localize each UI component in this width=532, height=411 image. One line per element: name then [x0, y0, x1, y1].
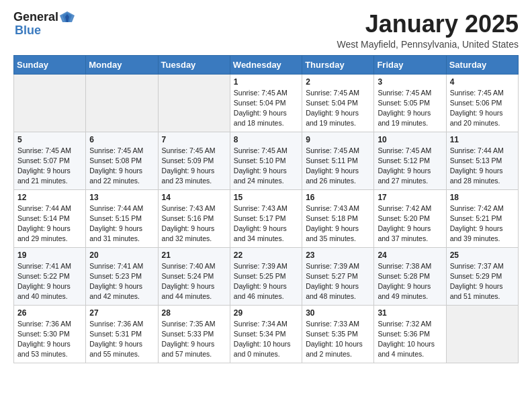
calendar-cell: 18Sunrise: 7:42 AMSunset: 5:21 PMDayligh…	[446, 189, 518, 247]
logo-blue: Blue	[15, 24, 75, 38]
day-info: Sunrise: 7:43 AMSunset: 5:17 PMDaylight:…	[234, 203, 298, 244]
day-info: Sunrise: 7:37 AMSunset: 5:29 PMDaylight:…	[450, 261, 515, 302]
calendar-cell: 6Sunrise: 7:45 AMSunset: 5:08 PMDaylight…	[86, 132, 158, 189]
calendar-cell: 19Sunrise: 7:41 AMSunset: 5:22 PMDayligh…	[14, 247, 86, 305]
weekday-header-monday: Monday	[86, 55, 158, 74]
day-number: 29	[234, 308, 298, 318]
day-number: 6	[89, 135, 154, 144]
day-info: Sunrise: 7:33 AMSunset: 5:35 PMDaylight:…	[306, 319, 370, 360]
calendar-cell: 20Sunrise: 7:41 AMSunset: 5:23 PMDayligh…	[86, 247, 158, 305]
week-row-2: 5Sunrise: 7:45 AMSunset: 5:07 PMDaylight…	[14, 132, 519, 189]
day-info: Sunrise: 7:44 AMSunset: 5:14 PMDaylight:…	[17, 203, 82, 244]
day-number: 4	[450, 77, 515, 87]
calendar-cell: 5Sunrise: 7:45 AMSunset: 5:07 PMDaylight…	[14, 132, 86, 189]
calendar-cell: 26Sunrise: 7:36 AMSunset: 5:30 PMDayligh…	[14, 305, 86, 363]
calendar-subtitle: West Mayfield, Pennsylvania, United Stat…	[337, 39, 519, 50]
day-info: Sunrise: 7:45 AMSunset: 5:09 PMDaylight:…	[162, 146, 226, 187]
day-number: 9	[306, 135, 370, 144]
day-number: 3	[378, 77, 442, 87]
calendar-cell: 17Sunrise: 7:42 AMSunset: 5:20 PMDayligh…	[374, 189, 446, 247]
day-number: 16	[306, 193, 370, 202]
day-number: 26	[17, 308, 82, 318]
calendar-table: SundayMondayTuesdayWednesdayThursdayFrid…	[13, 55, 519, 363]
calendar-title: January 2025	[337, 11, 519, 38]
day-info: Sunrise: 7:43 AMSunset: 5:18 PMDaylight:…	[306, 203, 370, 244]
calendar-cell	[446, 305, 518, 363]
week-row-4: 19Sunrise: 7:41 AMSunset: 5:22 PMDayligh…	[14, 247, 519, 305]
day-info: Sunrise: 7:45 AMSunset: 5:10 PMDaylight:…	[234, 146, 298, 187]
calendar-cell: 11Sunrise: 7:44 AMSunset: 5:13 PMDayligh…	[446, 132, 518, 189]
day-number: 31	[378, 308, 442, 318]
day-number: 14	[162, 193, 226, 202]
day-number: 8	[234, 135, 298, 144]
day-number: 21	[162, 250, 226, 260]
calendar-cell: 14Sunrise: 7:43 AMSunset: 5:16 PMDayligh…	[158, 189, 230, 247]
weekday-header-sunday: Sunday	[14, 55, 86, 74]
day-number: 19	[17, 250, 82, 260]
day-number: 2	[306, 77, 370, 87]
title-block: January 2025 West Mayfield, Pennsylvania…	[337, 11, 519, 50]
day-number: 11	[450, 135, 515, 144]
day-info: Sunrise: 7:38 AMSunset: 5:28 PMDaylight:…	[378, 261, 442, 302]
day-info: Sunrise: 7:45 AMSunset: 5:04 PMDaylight:…	[234, 88, 298, 129]
calendar-cell	[86, 74, 158, 132]
day-number: 15	[234, 193, 298, 202]
day-info: Sunrise: 7:39 AMSunset: 5:25 PMDaylight:…	[234, 261, 298, 302]
week-row-1: 1Sunrise: 7:45 AMSunset: 5:04 PMDaylight…	[14, 74, 519, 132]
day-number: 18	[450, 193, 515, 202]
day-number: 24	[378, 250, 442, 260]
calendar-cell: 10Sunrise: 7:45 AMSunset: 5:12 PMDayligh…	[374, 132, 446, 189]
calendar-cell: 3Sunrise: 7:45 AMSunset: 5:05 PMDaylight…	[374, 74, 446, 132]
logo-general: General	[13, 11, 58, 24]
day-number: 23	[306, 250, 370, 260]
header: General Blue January 2025 West Mayfield,…	[13, 11, 519, 50]
calendar-cell	[158, 74, 230, 132]
calendar-cell: 2Sunrise: 7:45 AMSunset: 5:04 PMDaylight…	[302, 74, 374, 132]
calendar-cell: 4Sunrise: 7:45 AMSunset: 5:06 PMDaylight…	[446, 74, 518, 132]
day-number: 5	[17, 135, 82, 144]
day-number: 10	[378, 135, 442, 144]
calendar-cell: 24Sunrise: 7:38 AMSunset: 5:28 PMDayligh…	[374, 247, 446, 305]
day-number: 12	[17, 193, 82, 202]
weekday-header-thursday: Thursday	[302, 55, 374, 74]
day-number: 22	[234, 250, 298, 260]
calendar-cell	[14, 74, 86, 132]
weekday-header-wednesday: Wednesday	[230, 55, 302, 74]
calendar-cell: 22Sunrise: 7:39 AMSunset: 5:25 PMDayligh…	[230, 247, 302, 305]
day-info: Sunrise: 7:42 AMSunset: 5:20 PMDaylight:…	[378, 203, 442, 244]
calendar-cell: 23Sunrise: 7:39 AMSunset: 5:27 PMDayligh…	[302, 247, 374, 305]
day-info: Sunrise: 7:36 AMSunset: 5:30 PMDaylight:…	[17, 319, 82, 360]
day-info: Sunrise: 7:41 AMSunset: 5:23 PMDaylight:…	[89, 261, 154, 302]
calendar-cell: 13Sunrise: 7:44 AMSunset: 5:15 PMDayligh…	[86, 189, 158, 247]
week-row-5: 26Sunrise: 7:36 AMSunset: 5:30 PMDayligh…	[14, 305, 519, 363]
calendar-cell: 25Sunrise: 7:37 AMSunset: 5:29 PMDayligh…	[446, 247, 518, 305]
day-info: Sunrise: 7:43 AMSunset: 5:16 PMDaylight:…	[162, 203, 226, 244]
weekday-header-friday: Friday	[374, 55, 446, 74]
weekday-header-tuesday: Tuesday	[158, 55, 230, 74]
calendar-cell: 12Sunrise: 7:44 AMSunset: 5:14 PMDayligh…	[14, 189, 86, 247]
day-info: Sunrise: 7:45 AMSunset: 5:11 PMDaylight:…	[306, 146, 370, 187]
day-number: 13	[89, 193, 154, 202]
weekday-header-saturday: Saturday	[446, 55, 518, 74]
day-number: 7	[162, 135, 226, 144]
day-info: Sunrise: 7:45 AMSunset: 5:06 PMDaylight:…	[450, 88, 515, 129]
day-info: Sunrise: 7:45 AMSunset: 5:08 PMDaylight:…	[89, 146, 154, 187]
day-info: Sunrise: 7:41 AMSunset: 5:22 PMDaylight:…	[17, 261, 82, 302]
day-info: Sunrise: 7:34 AMSunset: 5:34 PMDaylight:…	[234, 319, 298, 360]
day-number: 1	[234, 77, 298, 87]
calendar-cell: 28Sunrise: 7:35 AMSunset: 5:33 PMDayligh…	[158, 305, 230, 363]
calendar-cell: 29Sunrise: 7:34 AMSunset: 5:34 PMDayligh…	[230, 305, 302, 363]
day-number: 27	[89, 308, 154, 318]
day-number: 20	[89, 250, 154, 260]
day-info: Sunrise: 7:36 AMSunset: 5:31 PMDaylight:…	[89, 319, 154, 360]
day-info: Sunrise: 7:44 AMSunset: 5:15 PMDaylight:…	[89, 203, 154, 244]
calendar-cell: 8Sunrise: 7:45 AMSunset: 5:10 PMDaylight…	[230, 132, 302, 189]
day-info: Sunrise: 7:35 AMSunset: 5:33 PMDaylight:…	[162, 319, 226, 360]
calendar-cell: 21Sunrise: 7:40 AMSunset: 5:24 PMDayligh…	[158, 247, 230, 305]
calendar-cell: 27Sunrise: 7:36 AMSunset: 5:31 PMDayligh…	[86, 305, 158, 363]
calendar-cell: 16Sunrise: 7:43 AMSunset: 5:18 PMDayligh…	[302, 189, 374, 247]
day-info: Sunrise: 7:40 AMSunset: 5:24 PMDaylight:…	[162, 261, 226, 302]
day-info: Sunrise: 7:32 AMSunset: 5:36 PMDaylight:…	[378, 319, 442, 360]
calendar-cell: 1Sunrise: 7:45 AMSunset: 5:04 PMDaylight…	[230, 74, 302, 132]
weekday-header-row: SundayMondayTuesdayWednesdayThursdayFrid…	[14, 55, 519, 74]
